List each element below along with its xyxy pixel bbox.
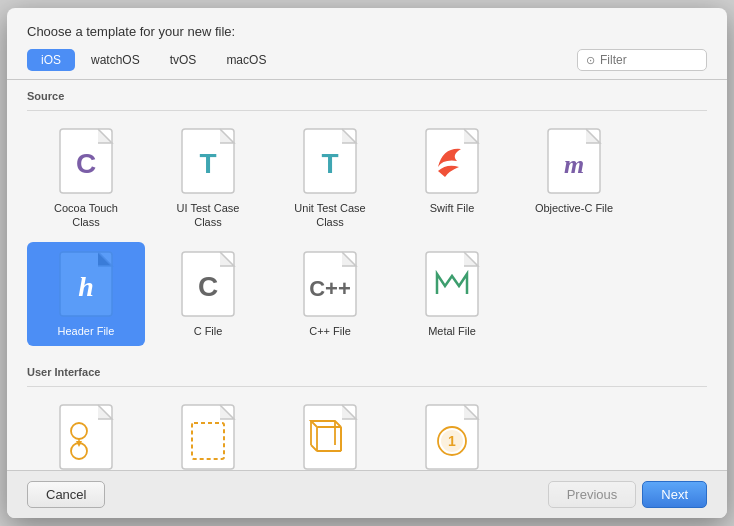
- cpp-icon: C++: [301, 250, 359, 318]
- source-items-grid: C Cocoa TouchClass T UI Test CaseClass: [27, 119, 707, 356]
- ui-test-label: UI Test CaseClass: [177, 201, 240, 230]
- tab-tvos[interactable]: tvOS: [156, 49, 211, 71]
- cocoa-touch-label: Cocoa TouchClass: [54, 201, 118, 230]
- item-unit-test[interactable]: T Unit Test CaseClass: [271, 119, 389, 238]
- storyboard-icon: [57, 403, 115, 470]
- filter-box: ⊙: [577, 49, 707, 71]
- platform-tabs: iOS watchOS tvOS macOS ⊙: [7, 49, 727, 80]
- tab-macos[interactable]: macOS: [212, 49, 280, 71]
- svg-text:C++: C++: [309, 276, 351, 301]
- c-label: C File: [194, 324, 223, 338]
- svg-text:C: C: [198, 271, 218, 302]
- objc-label: Objective-C File: [535, 201, 613, 215]
- dialog-footer: Cancel Previous Next: [7, 470, 727, 518]
- previous-button[interactable]: Previous: [548, 481, 637, 508]
- svg-text:1: 1: [448, 433, 456, 449]
- item-view[interactable]: View: [149, 395, 267, 470]
- svg-text:T: T: [321, 148, 338, 179]
- dialog-title: Choose a template for your new file:: [7, 8, 727, 49]
- swift-icon: [423, 127, 481, 195]
- ui-items-grid: Storyboard View: [27, 395, 707, 470]
- view-icon: [179, 403, 237, 470]
- new-file-dialog: Choose a template for your new file: iOS…: [7, 8, 727, 518]
- metal-label: Metal File: [428, 324, 476, 338]
- unit-test-icon: T: [301, 127, 359, 195]
- item-launch-screen[interactable]: 1 Launch Screen: [393, 395, 511, 470]
- objc-icon: m: [545, 127, 603, 195]
- ui-test-icon: T: [179, 127, 237, 195]
- item-c[interactable]: C C File: [149, 242, 267, 346]
- ui-section-label: User Interface: [27, 356, 707, 387]
- item-cpp[interactable]: C++ C++ File: [271, 242, 389, 346]
- source-section-label: Source: [27, 80, 707, 111]
- item-ui-test[interactable]: T UI Test CaseClass: [149, 119, 267, 238]
- svg-text:h: h: [78, 271, 94, 302]
- svg-text:T: T: [199, 148, 216, 179]
- metal-icon: [423, 250, 481, 318]
- launch-screen-icon: 1: [423, 403, 481, 470]
- next-button[interactable]: Next: [642, 481, 707, 508]
- unit-test-label: Unit Test CaseClass: [294, 201, 365, 230]
- content-area: Source C Cocoa TouchClass: [7, 80, 727, 470]
- header-label: Header File: [58, 324, 115, 338]
- filter-input[interactable]: [600, 53, 698, 67]
- item-storyboard[interactable]: Storyboard: [27, 395, 145, 470]
- item-objc[interactable]: m Objective-C File: [515, 119, 633, 238]
- empty-icon: [301, 403, 359, 470]
- title-text: Choose a template for your new file:: [27, 24, 235, 39]
- item-header[interactable]: h Header File: [27, 242, 145, 346]
- svg-text:m: m: [564, 150, 584, 179]
- navigation-buttons: Previous Next: [548, 481, 707, 508]
- header-icon: h: [57, 250, 115, 318]
- filter-icon: ⊙: [586, 54, 595, 67]
- c-icon: C: [179, 250, 237, 318]
- cocoa-icon: C: [57, 127, 115, 195]
- svg-text:C: C: [76, 148, 96, 179]
- cpp-label: C++ File: [309, 324, 351, 338]
- item-swift[interactable]: Swift File: [393, 119, 511, 238]
- tab-ios[interactable]: iOS: [27, 49, 75, 71]
- item-cocoa-touch[interactable]: C Cocoa TouchClass: [27, 119, 145, 238]
- tab-watchos[interactable]: watchOS: [77, 49, 154, 71]
- cancel-button[interactable]: Cancel: [27, 481, 105, 508]
- item-empty[interactable]: Empty: [271, 395, 389, 470]
- swift-label: Swift File: [430, 201, 475, 215]
- item-metal[interactable]: Metal File: [393, 242, 511, 346]
